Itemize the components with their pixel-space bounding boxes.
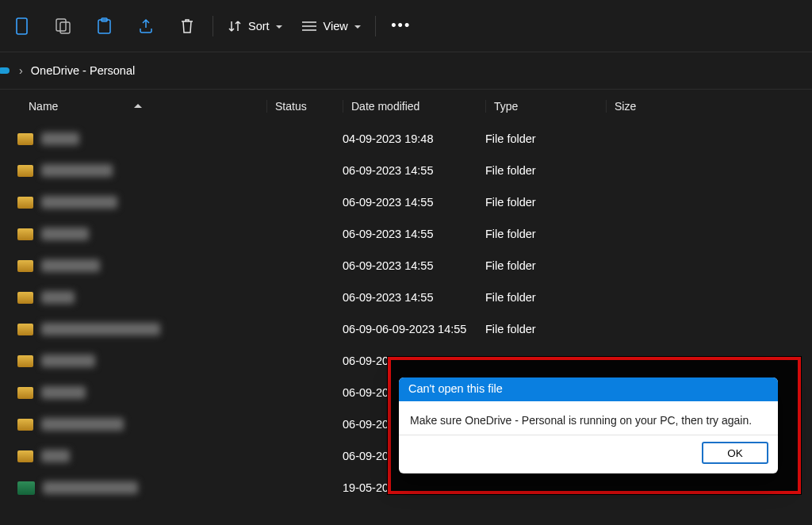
view-icon [301,21,317,32]
folder-icon [17,387,33,399]
chevron-down-icon [354,20,361,33]
cell-date: 04-09-2023 19:48 [343,132,485,145]
header-size[interactable]: Size [606,100,685,113]
excel-icon [17,481,35,495]
breadcrumb-current[interactable]: OneDrive - Personal [31,64,135,77]
file-name-redacted [41,228,89,240]
file-name-redacted [41,354,95,367]
error-dialog: Can't open this file Make sure OneDrive … [399,377,778,473]
table-row[interactable]: 04-09-2023 19:48File folder [0,123,812,155]
sort-asc-icon [132,102,144,110]
file-name-redacted [41,418,124,431]
folder-icon [17,292,33,304]
cell-type: File folder [485,196,606,209]
folder-icon [17,355,33,367]
table-row[interactable]: 06-09-2023 14:55File folder [0,282,812,313]
dialog-footer: OK [399,435,778,473]
sort-button[interactable]: Sort [228,19,282,33]
cell-date: 06-09-2023 14:55 [343,259,485,272]
svg-rect-2 [60,22,70,33]
ok-button[interactable]: OK [702,442,768,464]
breadcrumb: › OneDrive - Personal [0,52,812,89]
file-name-redacted [41,450,70,462]
cell-type: File folder [485,259,606,272]
chevron-down-icon [276,20,282,33]
folder-icon [17,228,33,240]
cell-type: File folder [485,228,606,240]
sort-label: Sort [248,20,270,33]
sort-icon [228,19,242,33]
table-row[interactable]: 06-09-2023 14:55File folder [0,155,812,186]
table-row[interactable]: 06-09-06-09-2023 14:55File folder [0,313,812,345]
header-name[interactable]: Name [29,100,266,113]
folder-icon [17,165,33,177]
paste-icon[interactable] [94,15,116,37]
separator [375,16,376,36]
folder-icon [17,324,33,335]
copy-icon[interactable] [52,15,75,37]
cell-type: File folder [485,323,606,335]
folder-icon [17,197,33,209]
svg-rect-1 [56,19,66,31]
file-name-redacted [41,291,75,304]
file-name-redacted [41,132,79,145]
cell-date: 06-09-06-09-2023 14:55 [343,323,485,335]
onedrive-icon [0,66,11,75]
table-row[interactable]: 06-09-2023 14:55File folder [0,250,812,282]
delete-icon[interactable] [176,15,198,37]
folder-icon [17,133,33,145]
more-icon[interactable]: ••• [390,15,412,37]
file-name-redacted [41,196,117,209]
cell-date: 06-09-2023 14:55 [343,291,485,304]
file-name-redacted [41,259,100,272]
file-name-redacted [41,323,160,335]
header-type[interactable]: Type [485,100,606,113]
dialog-title: Can't open this file [399,377,778,401]
chevron-right-icon: › [19,64,23,77]
separator [213,16,213,36]
table-row[interactable]: 06-09-2023 14:55File folder [0,218,812,250]
view-button[interactable]: View [301,20,361,33]
file-name-redacted [41,164,113,177]
cell-type: File folder [485,164,606,177]
new-icon[interactable] [11,15,33,37]
cell-date: 06-09-2023 14:55 [343,228,485,240]
view-label: View [324,20,348,33]
cell-date: 06-09-2023 14:55 [343,196,485,209]
file-name-redacted [43,481,138,494]
header-status[interactable]: Status [266,100,343,113]
cell-type: File folder [485,291,606,304]
folder-icon [17,419,33,431]
cell-type: File folder [485,132,606,145]
header-date[interactable]: Date modified [343,100,485,113]
svg-rect-0 [17,18,27,34]
table-row[interactable]: 06-09-2023 14:55File folder [0,186,812,218]
dialog-message: Make sure OneDrive - Personal is running… [399,401,778,435]
file-name-redacted [41,386,86,399]
share-icon[interactable] [135,15,157,37]
annotation-frame: Can't open this file Make sure OneDrive … [388,357,801,494]
folder-icon [17,450,33,462]
folder-icon [17,260,33,272]
column-headers: Name Status Date modified Type Size [0,90,812,123]
cell-date: 06-09-2023 14:55 [343,164,485,177]
toolbar: Sort View ••• [0,0,812,52]
